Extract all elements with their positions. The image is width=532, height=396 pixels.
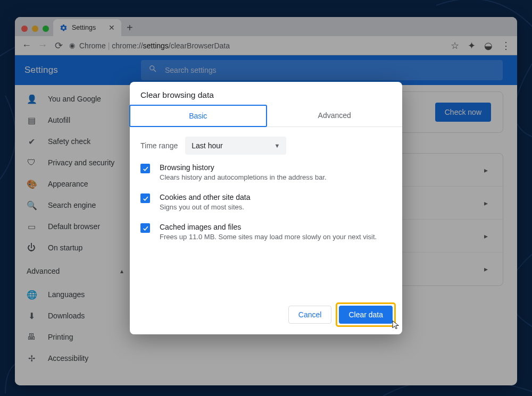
sidebar-item-search-engine[interactable]: 🔍Search engine	[15, 195, 135, 216]
option-desc: Signs you out of most sites.	[160, 203, 250, 211]
sidebar-item-label: Autofill	[48, 116, 70, 124]
checkbox-checked-icon[interactable]	[140, 223, 150, 233]
chevron-up-icon: ▴	[120, 267, 123, 275]
sidebar-item-label: Downloads	[48, 311, 85, 320]
chevron-right-icon: ▸	[484, 199, 488, 207]
gear-icon	[60, 24, 68, 32]
chevron-down-icon: ▼	[274, 142, 280, 149]
dialog-title: Clear browsing data	[130, 82, 402, 105]
option-title: Cached images and files	[160, 223, 377, 231]
sidebar-item-label: Printing	[48, 333, 73, 341]
checkbox-checked-icon[interactable]	[140, 193, 150, 203]
close-tab-icon[interactable]: ✕	[109, 23, 115, 32]
site-info-icon[interactable]: ◉	[69, 41, 75, 49]
address-bar[interactable]: ◉ Chrome | chrome://settings/clearBrowse…	[69, 41, 445, 50]
option-desc: Frees up 11.0 MB. Some sites may load mo…	[160, 233, 377, 241]
person-icon: 👤	[27, 94, 36, 104]
clear-data-button[interactable]: Clear data	[339, 306, 393, 324]
sidebar-item-label: Safety check	[48, 137, 90, 146]
sidebar-item-you-and-google[interactable]: 👤You and Google	[15, 88, 135, 109]
sidebar-item-safety-check[interactable]: ✔Safety check	[15, 131, 135, 152]
time-range-label: Time range	[140, 141, 178, 150]
bookmark-icon[interactable]: ☆	[451, 40, 459, 52]
sidebar-item-label: You and Google	[48, 95, 101, 103]
sidebar-item-printing[interactable]: 🖶Printing	[15, 326, 135, 348]
tab-strip: Settings ✕ +	[15, 17, 517, 36]
time-range-value: Last hour	[192, 141, 222, 150]
search-placeholder: Search settings	[165, 66, 217, 74]
browser-toolbar: ← → ⟳ ◉ Chrome | chrome://settings/clear…	[15, 36, 517, 55]
search-icon: 🔍	[27, 200, 36, 210]
extensions-icon[interactable]: ✦	[468, 40, 476, 52]
browser-tab-settings[interactable]: Settings ✕	[53, 19, 121, 36]
tab-advanced[interactable]: Advanced	[267, 105, 403, 127]
sidebar-item-label: On startup	[48, 243, 82, 252]
sidebar-item-label: Appearance	[48, 180, 88, 188]
chevron-right-icon: ▸	[484, 232, 488, 240]
time-range-select[interactable]: Last hour ▼	[185, 137, 286, 155]
option-browsing-history[interactable]: Browsing history Clears history and auto…	[140, 163, 392, 181]
cursor-icon	[391, 319, 401, 333]
checkbox-checked-icon[interactable]	[140, 164, 150, 173]
tab-basic[interactable]: Basic	[129, 105, 267, 127]
reload-button[interactable]: ⟳	[53, 40, 64, 52]
menu-icon[interactable]: ⋮	[501, 40, 511, 52]
sidebar-item-label: Privacy and security	[48, 158, 114, 167]
sidebar-item-label: Search engine	[48, 201, 96, 209]
window-controls	[19, 26, 53, 36]
print-icon: 🖶	[27, 332, 36, 342]
new-tab-button[interactable]: +	[121, 19, 138, 36]
cancel-button[interactable]: Cancel	[288, 306, 332, 324]
browser-icon: ▭	[27, 222, 36, 232]
sidebar-item-accessibility[interactable]: ✢Accessibility	[15, 348, 135, 369]
sidebar-item-downloads[interactable]: ⬇Downloads	[15, 305, 135, 326]
option-title: Cookies and other site data	[160, 193, 250, 201]
maximize-window-icon[interactable]	[43, 26, 49, 32]
profile-icon[interactable]: ◒	[484, 40, 493, 52]
sidebar-item-on-startup[interactable]: ⏻On startup	[15, 237, 135, 258]
page-title: Settings	[24, 65, 128, 75]
sidebar-item-appearance[interactable]: 🎨Appearance	[15, 173, 135, 195]
sidebar-advanced-toggle[interactable]: Advanced ▴	[15, 258, 135, 284]
chevron-right-icon: ▸	[484, 265, 488, 273]
dialog-footer: Cancel Clear data	[130, 244, 402, 334]
option-cookies[interactable]: Cookies and other site data Signs you ou…	[140, 193, 392, 211]
check-now-button[interactable]: Check now	[435, 103, 491, 122]
sidebar-item-default-browser[interactable]: ▭Default browser	[15, 216, 135, 237]
download-icon: ⬇	[27, 311, 36, 321]
power-icon: ⏻	[27, 243, 36, 252]
settings-header: Settings Search settings	[15, 55, 517, 85]
forward-button[interactable]: →	[37, 40, 48, 51]
minimize-window-icon[interactable]	[32, 26, 38, 32]
option-cache[interactable]: Cached images and files Frees up 11.0 MB…	[140, 223, 392, 241]
back-button[interactable]: ←	[21, 40, 32, 51]
close-window-icon[interactable]	[21, 26, 28, 32]
autofill-icon: ▤	[27, 115, 36, 125]
shield-icon: 🛡	[27, 158, 36, 167]
dialog-tabs: Basic Advanced	[130, 105, 402, 127]
sidebar-item-autofill[interactable]: ▤Autofill	[15, 109, 135, 131]
sidebar-item-languages[interactable]: 🌐Languages	[15, 284, 135, 305]
sidebar-item-label: Accessibility	[48, 354, 88, 363]
sidebar-item-label: Languages	[48, 290, 85, 299]
highlighted-action: Clear data	[336, 302, 396, 327]
sidebar-item-privacy[interactable]: 🛡Privacy and security	[15, 152, 135, 173]
globe-icon: 🌐	[27, 290, 36, 300]
option-title: Browsing history	[160, 163, 327, 172]
chevron-right-icon: ▸	[484, 166, 488, 174]
search-settings-input[interactable]: Search settings	[141, 60, 503, 80]
sidebar-item-label: Default browser	[48, 222, 100, 231]
clear-browsing-data-dialog: Clear browsing data Basic Advanced Time …	[130, 82, 402, 334]
accessibility-icon: ✢	[27, 353, 36, 364]
sidebar-advanced-label: Advanced	[27, 267, 60, 275]
palette-icon: 🎨	[27, 179, 36, 189]
tab-title: Settings	[72, 24, 96, 31]
settings-sidebar: 👤You and Google ▤Autofill ✔Safety check …	[15, 85, 135, 385]
search-icon	[148, 64, 157, 76]
option-desc: Clears history and autocompletions in th…	[160, 173, 327, 181]
shield-check-icon: ✔	[27, 137, 36, 147]
url-text: Chrome | chrome://settings/clearBrowserD…	[79, 41, 230, 50]
